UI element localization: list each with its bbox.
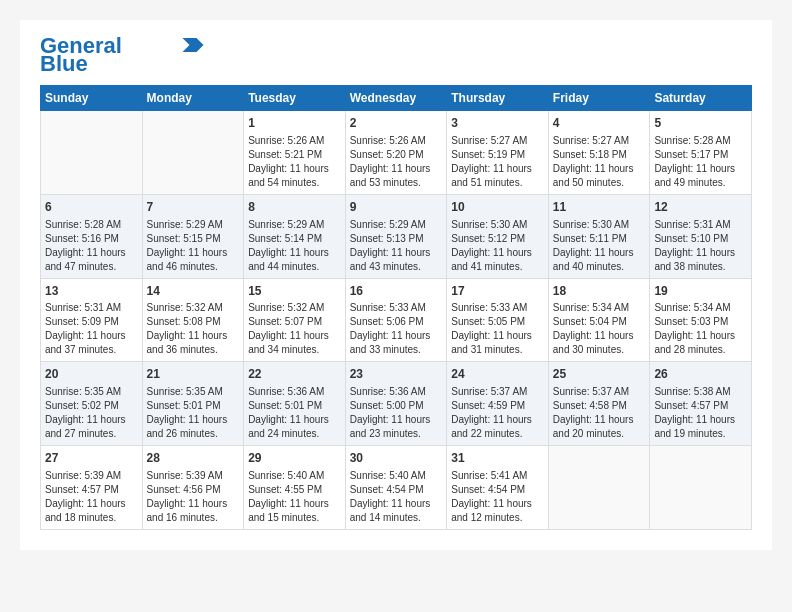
cell-info: Sunrise: 5:36 AM [350, 385, 443, 399]
cell-info: Daylight: 11 hours and 47 minutes. [45, 246, 138, 274]
cell-info: Sunset: 5:11 PM [553, 232, 646, 246]
cell-info: Sunrise: 5:27 AM [553, 134, 646, 148]
cell-info: Sunrise: 5:37 AM [553, 385, 646, 399]
cell-info: Sunrise: 5:29 AM [147, 218, 240, 232]
weekday-header-friday: Friday [548, 86, 650, 111]
cell-info: Daylight: 11 hours and 40 minutes. [553, 246, 646, 274]
cell-info: Sunrise: 5:26 AM [248, 134, 341, 148]
cell-info: Sunrise: 5:40 AM [350, 469, 443, 483]
calendar-cell: 20Sunrise: 5:35 AMSunset: 5:02 PMDayligh… [41, 362, 143, 446]
calendar-cell: 1Sunrise: 5:26 AMSunset: 5:21 PMDaylight… [244, 111, 346, 195]
weekday-header-row: SundayMondayTuesdayWednesdayThursdayFrid… [41, 86, 752, 111]
cell-info: Daylight: 11 hours and 15 minutes. [248, 497, 341, 525]
calendar-cell: 17Sunrise: 5:33 AMSunset: 5:05 PMDayligh… [447, 278, 549, 362]
weekday-header-wednesday: Wednesday [345, 86, 447, 111]
calendar-cell: 8Sunrise: 5:29 AMSunset: 5:14 PMDaylight… [244, 194, 346, 278]
cell-info: Daylight: 11 hours and 14 minutes. [350, 497, 443, 525]
week-row-0: 1Sunrise: 5:26 AMSunset: 5:21 PMDaylight… [41, 111, 752, 195]
day-number: 25 [553, 366, 646, 383]
cell-info: Sunrise: 5:35 AM [45, 385, 138, 399]
cell-info: Sunset: 4:57 PM [654, 399, 747, 413]
cell-info: Sunrise: 5:30 AM [451, 218, 544, 232]
calendar-cell [142, 111, 244, 195]
cell-info: Daylight: 11 hours and 36 minutes. [147, 329, 240, 357]
cell-info: Sunset: 5:01 PM [248, 399, 341, 413]
cell-info: Daylight: 11 hours and 16 minutes. [147, 497, 240, 525]
day-number: 17 [451, 283, 544, 300]
cell-info: Sunset: 5:00 PM [350, 399, 443, 413]
cell-info: Daylight: 11 hours and 44 minutes. [248, 246, 341, 274]
day-number: 6 [45, 199, 138, 216]
calendar-cell: 18Sunrise: 5:34 AMSunset: 5:04 PMDayligh… [548, 278, 650, 362]
cell-info: Sunrise: 5:37 AM [451, 385, 544, 399]
calendar-cell: 23Sunrise: 5:36 AMSunset: 5:00 PMDayligh… [345, 362, 447, 446]
day-number: 20 [45, 366, 138, 383]
cell-info: Sunset: 5:08 PM [147, 315, 240, 329]
cell-info: Daylight: 11 hours and 18 minutes. [45, 497, 138, 525]
day-number: 13 [45, 283, 138, 300]
calendar-cell [650, 446, 752, 530]
calendar-cell: 9Sunrise: 5:29 AMSunset: 5:13 PMDaylight… [345, 194, 447, 278]
day-number: 28 [147, 450, 240, 467]
cell-info: Sunrise: 5:30 AM [553, 218, 646, 232]
logo-arrow-icon [182, 38, 204, 52]
cell-info: Sunset: 5:04 PM [553, 315, 646, 329]
calendar-cell: 16Sunrise: 5:33 AMSunset: 5:06 PMDayligh… [345, 278, 447, 362]
calendar-cell: 2Sunrise: 5:26 AMSunset: 5:20 PMDaylight… [345, 111, 447, 195]
calendar-cell: 28Sunrise: 5:39 AMSunset: 4:56 PMDayligh… [142, 446, 244, 530]
day-number: 16 [350, 283, 443, 300]
day-number: 7 [147, 199, 240, 216]
day-number: 9 [350, 199, 443, 216]
cell-info: Daylight: 11 hours and 46 minutes. [147, 246, 240, 274]
calendar-cell: 29Sunrise: 5:40 AMSunset: 4:55 PMDayligh… [244, 446, 346, 530]
cell-info: Daylight: 11 hours and 41 minutes. [451, 246, 544, 274]
logo-blue: Blue [40, 53, 88, 75]
cell-info: Sunrise: 5:31 AM [654, 218, 747, 232]
cell-info: Sunset: 5:09 PM [45, 315, 138, 329]
cell-info: Sunset: 5:13 PM [350, 232, 443, 246]
calendar-cell: 3Sunrise: 5:27 AMSunset: 5:19 PMDaylight… [447, 111, 549, 195]
cell-info: Sunset: 5:01 PM [147, 399, 240, 413]
cell-info: Daylight: 11 hours and 34 minutes. [248, 329, 341, 357]
cell-info: Sunrise: 5:28 AM [654, 134, 747, 148]
day-number: 10 [451, 199, 544, 216]
cell-info: Sunrise: 5:27 AM [451, 134, 544, 148]
cell-info: Daylight: 11 hours and 31 minutes. [451, 329, 544, 357]
week-row-2: 13Sunrise: 5:31 AMSunset: 5:09 PMDayligh… [41, 278, 752, 362]
calendar-cell: 31Sunrise: 5:41 AMSunset: 4:54 PMDayligh… [447, 446, 549, 530]
calendar-cell: 6Sunrise: 5:28 AMSunset: 5:16 PMDaylight… [41, 194, 143, 278]
weekday-header-saturday: Saturday [650, 86, 752, 111]
cell-info: Sunset: 4:56 PM [147, 483, 240, 497]
cell-info: Sunrise: 5:34 AM [654, 301, 747, 315]
calendar-cell: 11Sunrise: 5:30 AMSunset: 5:11 PMDayligh… [548, 194, 650, 278]
logo: General Blue [40, 35, 204, 75]
cell-info: Sunrise: 5:32 AM [248, 301, 341, 315]
cell-info: Daylight: 11 hours and 24 minutes. [248, 413, 341, 441]
cell-info: Sunset: 4:55 PM [248, 483, 341, 497]
calendar-cell: 19Sunrise: 5:34 AMSunset: 5:03 PMDayligh… [650, 278, 752, 362]
svg-marker-0 [182, 38, 203, 52]
week-row-1: 6Sunrise: 5:28 AMSunset: 5:16 PMDaylight… [41, 194, 752, 278]
cell-info: Sunrise: 5:33 AM [451, 301, 544, 315]
cell-info: Sunrise: 5:41 AM [451, 469, 544, 483]
cell-info: Sunset: 5:20 PM [350, 148, 443, 162]
cell-info: Sunset: 5:07 PM [248, 315, 341, 329]
cell-info: Daylight: 11 hours and 30 minutes. [553, 329, 646, 357]
day-number: 11 [553, 199, 646, 216]
calendar-cell: 5Sunrise: 5:28 AMSunset: 5:17 PMDaylight… [650, 111, 752, 195]
calendar-cell: 26Sunrise: 5:38 AMSunset: 4:57 PMDayligh… [650, 362, 752, 446]
day-number: 24 [451, 366, 544, 383]
calendar-cell: 12Sunrise: 5:31 AMSunset: 5:10 PMDayligh… [650, 194, 752, 278]
cell-info: Sunset: 4:54 PM [350, 483, 443, 497]
cell-info: Daylight: 11 hours and 22 minutes. [451, 413, 544, 441]
calendar-cell: 21Sunrise: 5:35 AMSunset: 5:01 PMDayligh… [142, 362, 244, 446]
day-number: 30 [350, 450, 443, 467]
cell-info: Sunset: 5:12 PM [451, 232, 544, 246]
cell-info: Sunrise: 5:28 AM [45, 218, 138, 232]
cell-info: Daylight: 11 hours and 54 minutes. [248, 162, 341, 190]
cell-info: Sunset: 5:03 PM [654, 315, 747, 329]
calendar-container: General Blue SundayMondayTuesdayWednesda… [20, 20, 772, 550]
day-number: 31 [451, 450, 544, 467]
cell-info: Sunrise: 5:26 AM [350, 134, 443, 148]
cell-info: Sunrise: 5:31 AM [45, 301, 138, 315]
